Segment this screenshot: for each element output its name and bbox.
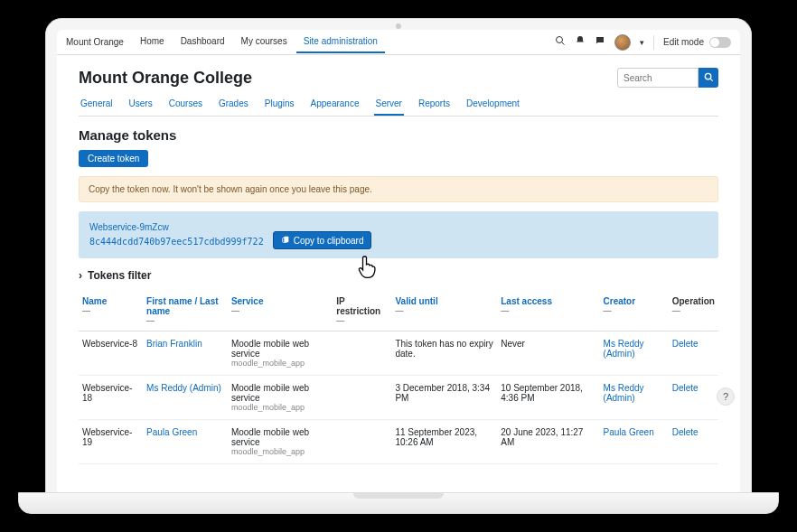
chevron-right-icon: › [79, 269, 82, 282]
user-link[interactable]: Paula Green [146, 427, 197, 437]
col-creator[interactable]: Creator— [600, 291, 669, 331]
tab-server[interactable]: Server [374, 95, 404, 116]
delete-link[interactable]: Delete [672, 427, 699, 437]
table-row: Webservice-19Paula GreenMoodle mobile we… [79, 420, 718, 464]
messages-icon[interactable] [595, 35, 605, 49]
filter-label: Tokens filter [88, 269, 151, 282]
chevron-down-icon[interactable]: ▾ [640, 38, 644, 47]
col-ip[interactable]: IP restriction— [333, 291, 391, 331]
tab-appearance[interactable]: Appearance [309, 95, 361, 116]
cell-ip [333, 420, 391, 464]
tab-courses[interactable]: Courses [167, 95, 204, 116]
help-button[interactable]: ? [717, 387, 735, 406]
edit-mode-toggle[interactable] [709, 37, 731, 48]
edit-mode-label: Edit mode [663, 37, 704, 47]
copy-to-clipboard-button[interactable]: Copy to clipboard [273, 231, 372, 249]
copy-warning: Copy the token now. It won't be shown ag… [79, 176, 718, 202]
cell-ip [333, 331, 391, 376]
top-nav-bar: Mount Orange Home Dashboard My courses S… [57, 30, 740, 55]
cell-service: Moodle mobile web servicemoodle_mobile_a… [228, 376, 333, 420]
cell-valid: 11 September 2023, 10:26 AM [391, 420, 497, 464]
nav-siteadmin[interactable]: Site administration [296, 31, 385, 53]
tab-plugins[interactable]: Plugins [263, 95, 296, 116]
cell-service: Moodle mobile web servicemoodle_mobile_a… [228, 331, 333, 376]
admin-search [617, 68, 718, 88]
tokens-table: Name— First name / Last name— Service— I… [79, 291, 718, 464]
nav-dashboard[interactable]: Dashboard [173, 31, 232, 53]
col-service[interactable]: Service— [228, 291, 333, 331]
token-value: 8c444dcdd740b97eec517cdbd999f722 [89, 237, 264, 247]
nav-mycourses[interactable]: My courses [234, 31, 295, 53]
new-token-panel: Webservice-9mZcw 8c444dcdd740b97eec517cd… [79, 211, 718, 258]
delete-link[interactable]: Delete [672, 383, 699, 393]
avatar[interactable] [614, 34, 631, 51]
nav-home[interactable]: Home [133, 31, 172, 53]
brand-name[interactable]: Mount Orange [66, 37, 124, 47]
cell-last: Never [497, 331, 599, 376]
svg-rect-4 [284, 237, 288, 243]
col-op[interactable]: Operation— [669, 291, 718, 331]
col-name[interactable]: Name— [79, 291, 143, 331]
tab-users[interactable]: Users [127, 95, 155, 116]
search-button[interactable] [699, 68, 718, 88]
search-icon[interactable] [555, 35, 566, 49]
cell-last: 20 June 2023, 11:27 AM [497, 420, 599, 464]
table-row: Webservice-18Ms Reddy (Admin)Moodle mobi… [79, 376, 718, 420]
create-token-button[interactable]: Create token [79, 150, 148, 167]
table-row: Webservice-8Brian FranklinMoodle mobile … [79, 331, 718, 376]
admin-tabs: General Users Courses Grades Plugins App… [79, 95, 718, 117]
site-title: Mount Orange College [79, 69, 252, 88]
creator-link[interactable]: Ms Reddy (Admin) [604, 383, 644, 403]
cell-ip [333, 376, 391, 420]
tab-grades[interactable]: Grades [217, 95, 250, 116]
delete-link[interactable]: Delete [672, 339, 699, 349]
search-input[interactable] [617, 68, 699, 88]
page-heading: Manage tokens [79, 127, 718, 143]
user-link[interactable]: Ms Reddy (Admin) [146, 383, 221, 393]
cell-name: Webservice-19 [79, 420, 143, 464]
cell-name: Webservice-18 [79, 376, 143, 420]
cell-valid: 3 December 2018, 3:34 PM [391, 376, 497, 420]
svg-line-1 [561, 42, 564, 45]
clipboard-icon [281, 235, 290, 246]
cell-last: 10 September 2018, 4:36 PM [497, 376, 599, 420]
col-last[interactable]: Last access— [497, 291, 599, 331]
cell-valid: This token has no expiry date. [391, 331, 497, 376]
svg-point-2 [705, 73, 710, 79]
user-link[interactable]: Brian Franklin [146, 339, 202, 349]
token-name: Webservice-9mZcw [89, 220, 264, 235]
tokens-filter-toggle[interactable]: › Tokens filter [79, 269, 718, 282]
cell-name: Webservice-8 [79, 331, 143, 376]
col-valid[interactable]: Valid until— [391, 291, 497, 331]
creator-link[interactable]: Paula Green [604, 427, 654, 437]
tab-reports[interactable]: Reports [417, 95, 452, 116]
top-nav: Home Dashboard My courses Site administr… [133, 31, 385, 53]
divider [653, 35, 654, 50]
svg-point-0 [556, 37, 562, 43]
edit-mode-control: Edit mode [663, 37, 731, 48]
col-user[interactable]: First name / Last name— [143, 291, 228, 331]
cell-service: Moodle mobile web servicemoodle_mobile_a… [228, 420, 333, 464]
svg-line-3 [709, 78, 712, 80]
copy-button-label: Copy to clipboard [294, 236, 364, 246]
notifications-icon[interactable] [575, 35, 586, 49]
tab-development[interactable]: Development [464, 95, 521, 116]
creator-link[interactable]: Ms Reddy (Admin) [604, 339, 644, 359]
tab-general[interactable]: General [79, 95, 115, 116]
